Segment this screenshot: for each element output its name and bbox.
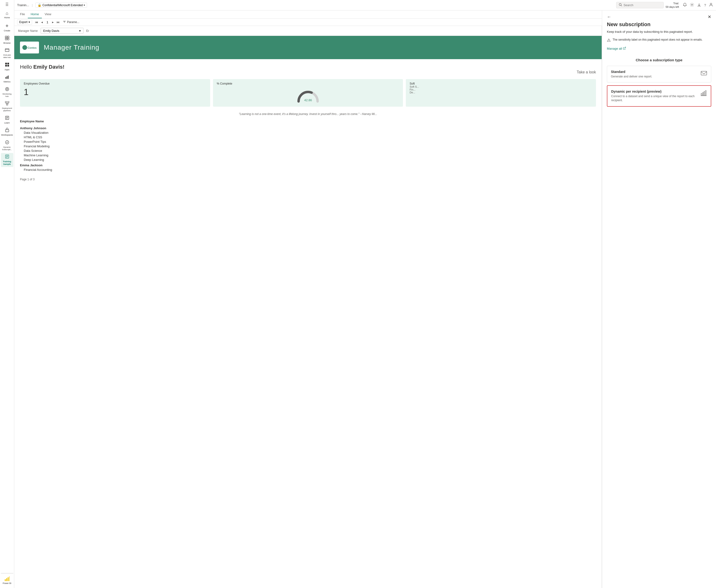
take-a-look-text: Take a look [20, 70, 596, 75]
learn-icon [5, 116, 9, 121]
export-button[interactable]: Export ▾ [17, 20, 32, 25]
svg-rect-51 [701, 71, 707, 75]
sidebar-item-label: Browse [3, 42, 11, 44]
subscription-type-section: Choose a subscription type Standard Gene… [602, 54, 716, 113]
sidebar-powerbi-icon[interactable]: Power BI [1, 574, 13, 586]
sensitivity-label: Confidential\Microsoft Extended [42, 4, 82, 7]
svg-point-39 [692, 4, 693, 5]
sidebar-item-browse[interactable]: Browse [1, 35, 13, 46]
metrics-icon [5, 75, 9, 80]
emp-course: Data Science [20, 148, 596, 153]
filter-bar: Manager Name Emily Davis ▾ Er [14, 26, 602, 36]
svg-point-28 [5, 141, 9, 144]
panel-close-button[interactable]: ✕ [708, 14, 711, 20]
sub-card-standard-title: Standard [611, 70, 698, 74]
sub-card-standard-desc: Generate and deliver one report. [611, 75, 698, 79]
warning-icon [607, 38, 611, 43]
manage-all-link[interactable]: Manage all [602, 45, 716, 54]
emp-course: Deep Learning [20, 158, 596, 162]
kpi-complete-title: % Complete [217, 82, 400, 85]
sidebar-item-workspaces[interactable]: Workspaces [1, 126, 13, 138]
notification-icon[interactable] [683, 3, 687, 8]
sensitivity-badge[interactable]: 🔒 Confidential\Microsoft Extended ▾ [36, 3, 87, 7]
dynamic-chart-icon [700, 89, 707, 98]
kpi-gauge: 42.86 [217, 87, 400, 104]
apps-icon [5, 62, 9, 68]
sidebar-item-training[interactable]: Training Sample [1, 153, 13, 167]
sidebar-item-home[interactable]: ⌂ Home [1, 9, 13, 20]
tab-home[interactable]: Home [28, 10, 42, 18]
svg-line-50 [624, 47, 626, 48]
panel-back-button[interactable]: ← [607, 15, 611, 20]
svg-text:Contoso: Contoso [27, 46, 37, 49]
topbar-actions: ? [683, 3, 713, 8]
svg-rect-12 [8, 76, 8, 78]
nav-prev-icon[interactable]: ◂ [40, 20, 44, 24]
kpi-skills-content: Soft S...Fin...De... [410, 85, 592, 94]
emp-course: PowerPoint Tips [20, 140, 596, 144]
sidebar: ⠿ ⌂ Home + Create Browse OneLake data hu… [0, 0, 14, 588]
export-chevron-icon: ▾ [28, 20, 30, 24]
sidebar-item-metrics[interactable]: Metrics [1, 73, 13, 85]
quote-section: "Learning is not a one-time event, it's … [14, 110, 602, 120]
svg-rect-35 [7, 577, 8, 581]
sensitivity-icon: 🔒 [38, 3, 41, 7]
subscription-type-title: Choose a subscription type [607, 58, 711, 62]
tab-view[interactable]: View [42, 10, 54, 18]
svg-rect-6 [5, 63, 7, 64]
svg-point-45 [22, 45, 27, 50]
report-container: File Home View Export ▾ ⏮ ◂ 1 ▸ ⏭ [14, 10, 716, 588]
sidebar-item-deployment[interactable]: Deployment pipelines [1, 100, 13, 113]
report-content: Manager Name Emily Davis ▾ Er Contoso [14, 26, 602, 588]
svg-rect-4 [5, 49, 9, 51]
sidebar-item-dynamic[interactable]: Dynamic Subscripti... [1, 139, 13, 152]
params-button[interactable]: Parame... [63, 20, 79, 24]
topbar-title: Trainin... [17, 3, 29, 7]
tab-file[interactable]: File [17, 10, 28, 18]
search-input[interactable] [623, 3, 657, 7]
svg-line-38 [621, 5, 622, 6]
nav-next-icon[interactable]: ▸ [51, 20, 55, 24]
home-icon: ⌂ [6, 11, 8, 16]
powerbi-label: Power BI [3, 582, 12, 585]
emp-course: Machine Learning [20, 153, 596, 158]
search-box[interactable] [616, 2, 664, 8]
hello-text: Hello Emily Davis! [20, 64, 596, 70]
svg-rect-52 [701, 93, 702, 96]
settings-icon[interactable] [690, 3, 694, 8]
svg-rect-55 [705, 90, 706, 96]
training-icon [5, 154, 9, 160]
filter-dropdown[interactable]: Emily Davis ▾ [41, 28, 83, 34]
svg-point-14 [5, 87, 9, 91]
sidebar-item-label: Training Sample [2, 160, 12, 166]
subscription-card-dynamic[interactable]: Dynamic per recipient (preview) Connect … [607, 85, 711, 107]
external-link-icon [623, 47, 626, 50]
sub-card-dynamic-content: Dynamic per recipient (preview) Connect … [611, 89, 697, 102]
page-number[interactable]: 1 [45, 20, 50, 24]
sidebar-item-apps[interactable]: Apps [1, 61, 13, 72]
gauge-svg: 42.86 [296, 88, 320, 103]
sub-card-dynamic-title: Dynamic per recipient (preview) [611, 89, 697, 93]
svg-rect-53 [702, 92, 703, 96]
panel-description: Keep track of your data by subscribing t… [602, 29, 716, 36]
nav-first-icon[interactable]: ⏮ [34, 20, 39, 24]
app-launcher-icon[interactable]: ⠿ [5, 2, 9, 7]
kpi-card-skills: Soft Soft S...Fin...De... [406, 79, 596, 107]
sidebar-item-learn[interactable]: Learn [1, 114, 13, 126]
emp-course: Financial Modeling [20, 144, 596, 148]
svg-rect-36 [9, 576, 9, 581]
account-icon[interactable] [709, 3, 713, 8]
sidebar-item-onelake[interactable]: OneLake data hub [1, 46, 13, 60]
sub-card-standard-content: Standard Generate and deliver one report… [611, 70, 698, 79]
sidebar-item-monitoring[interactable]: Monitoring hub [1, 86, 13, 99]
nav-last-icon[interactable]: ⏭ [56, 20, 61, 24]
help-icon[interactable]: ? [704, 3, 706, 7]
standard-envelope-icon [700, 70, 707, 78]
svg-rect-8 [5, 65, 7, 66]
download-icon[interactable] [697, 3, 701, 8]
report-header: Contoso Manager Training [14, 36, 602, 59]
svg-rect-27 [5, 130, 9, 132]
page-indicator: Page 1 of 3 [14, 176, 602, 183]
subscription-card-standard[interactable]: Standard Generate and deliver one report… [607, 66, 711, 83]
sidebar-item-create[interactable]: + Create [1, 21, 13, 34]
